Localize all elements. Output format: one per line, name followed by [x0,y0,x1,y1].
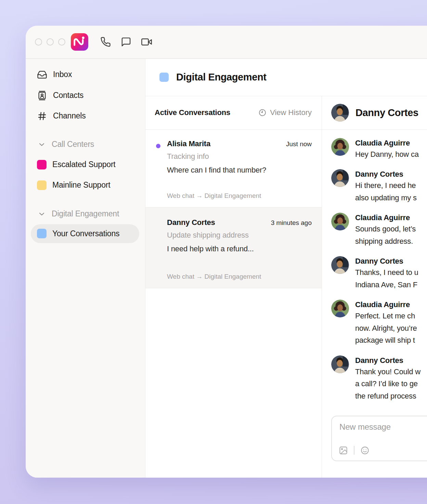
app-logo-ai-icon [71,33,88,51]
chevron-down-icon [38,210,46,218]
chevron-down-icon [38,140,46,149]
conversation-channel: Web chat → Digital Engagement [167,192,261,200]
image-attach-icon[interactable] [339,446,348,455]
chat-message: Claudia Aguirre Hey Danny, how ca [331,138,427,161]
message-text: Indiana Ave, San F [355,279,418,291]
sidebar-item-mainline-support[interactable]: Mainline Support [26,178,140,193]
message-bubble-icon[interactable] [121,37,131,47]
conversation-item[interactable]: Alisia Marita Just now Tracking info Whe… [145,130,322,207]
conversation-time: Just now [286,140,312,148]
conversation-preview: Where can I find that number? [167,166,312,175]
sidebar-item-label: Contacts [53,91,83,100]
message-text: Hi there, I need he [355,179,417,192]
hash-icon [37,111,47,121]
conversation-subject: Update shipping address [167,231,312,240]
chat-panel: Danny Cortes Claudia Aguirre Hey Danny, … [322,96,427,478]
sidebar-item-label: Your Conversations [52,229,119,238]
message-text: Hey Danny, how ca [355,148,419,161]
message-text: package will ship t [355,334,417,346]
your-conversations-swatch [37,229,47,238]
sidebar-section-label: Digital Engagement [52,209,119,218]
chat-message: Claudia Aguirre Sounds good, let’s shipp… [331,213,427,247]
avatar-claudia-aguirre [331,213,349,230]
avatar-claudia-aguirre [331,138,349,156]
video-camera-icon[interactable] [141,37,152,47]
message-text: also updating my s [355,192,417,204]
message-text: shipping address. [355,235,416,248]
chat-message: Danny Cortes Thanks, I need to u Indiana… [331,256,427,291]
conversation-list-header: Active Conversations View History [145,96,322,130]
sidebar-item-your-conversations[interactable]: Your Conversations [31,224,139,243]
conversation-list-panel: Active Conversations View History [145,96,322,478]
phone-icon[interactable] [100,37,111,47]
sidebar-item-inbox[interactable]: Inbox [26,67,140,82]
window-controls [35,38,65,46]
conversation-item[interactable]: Danny Cortes 3 minutes ago Update shippi… [145,207,322,288]
unread-dot [156,144,160,148]
window-control-dot[interactable] [47,38,54,46]
view-history-button[interactable]: View History [258,108,312,117]
inbox-icon [37,70,47,80]
avatar-claudia-aguirre [331,300,349,317]
message-sender: Claudia Aguirre [355,300,417,310]
chat-message: Danny Cortes Thank you! Could w a call? … [331,355,427,402]
message-text: a call? I’d like to ge [355,378,420,390]
window-toolbar [26,26,427,58]
sidebar-item-escalated-support[interactable]: Escalated Support [26,157,140,172]
mainline-support-swatch [37,180,47,190]
message-list: Claudia Aguirre Hey Danny, how ca Danny … [322,130,427,402]
sidebar-item-label: Mainline Support [52,180,110,190]
message-sender: Claudia Aguirre [355,213,416,223]
new-message-input[interactable] [339,422,427,432]
chat-header: Danny Cortes [322,96,427,130]
message-text: Thanks, I need to u [355,266,418,279]
active-conversations-title: Active Conversations [155,108,230,117]
message-sender: Danny Cortes [355,256,418,266]
view-history-label: View History [270,108,312,117]
chat-message: Claudia Aguirre Perfect. Let me ch now. … [331,300,427,346]
conversation-name: Danny Cortes [167,218,215,227]
page-title: Digital Engagement [176,72,267,83]
app-window: Inbox Contacts [26,26,427,478]
sidebar-section-digital-engagement[interactable]: Digital Engagement [26,206,140,222]
sidebar-item-label: Inbox [53,70,72,79]
clock-icon [258,109,267,117]
sidebar-section-label: Call Centers [52,140,94,149]
message-text: the refund process [355,390,420,402]
avatar-danny-cortes [331,104,349,122]
chat-message: Danny Cortes Hi there, I need he also up… [331,169,427,204]
message-text: Sounds good, let’s [355,223,416,235]
escalated-support-swatch [37,160,47,169]
composer-divider [354,446,354,455]
digital-engagement-swatch [159,73,169,82]
sidebar-item-contacts[interactable]: Contacts [26,88,140,103]
sidebar-section-call-centers[interactable]: Call Centers [26,137,140,152]
emoji-icon[interactable] [360,446,370,455]
conversation-preview: I need help with a refund... [167,244,312,253]
page-header: Digital Engagement [145,59,427,96]
message-text: Perfect. Let me ch [355,310,417,322]
contact-card-icon [37,90,47,101]
conversation-subject: Tracking info [167,152,312,161]
avatar-danny-cortes [331,256,349,274]
window-control-dot[interactable] [58,38,65,46]
conversation-time: 3 minutes ago [271,219,312,227]
sidebar: Inbox Contacts [26,59,145,478]
message-composer [331,416,427,461]
conversation-name: Alisia Marita [167,139,210,148]
window-control-dot[interactable] [35,38,42,46]
conversation-channel: Web chat → Digital Engagement [167,273,261,280]
sidebar-item-channels[interactable]: Channels [26,109,140,124]
message-text: Thank you! Could w [355,366,420,378]
message-sender: Danny Cortes [355,169,417,179]
message-sender: Claudia Aguirre [355,138,419,148]
sidebar-item-label: Escalated Support [52,160,116,169]
composer-toolbar [339,446,370,455]
chat-contact-name: Danny Cortes [355,107,418,118]
avatar-danny-cortes [331,169,349,187]
sidebar-item-label: Channels [53,111,86,121]
message-sender: Danny Cortes [355,355,420,366]
avatar-danny-cortes [331,355,349,373]
message-text: now. Alright, you’re [355,322,417,335]
